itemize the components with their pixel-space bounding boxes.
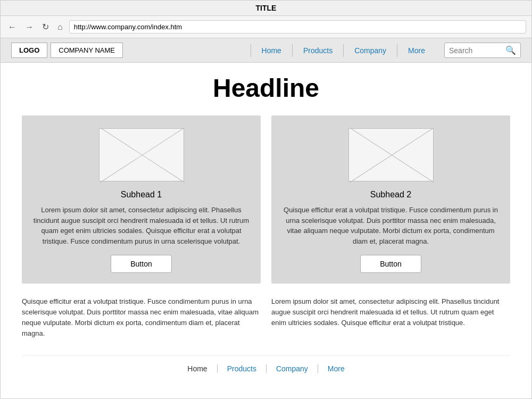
footer-nav: Home Products Company More <box>22 355 510 373</box>
page-headline: Headline <box>22 73 510 103</box>
search-input[interactable] <box>449 46 502 55</box>
body-text-2: Lorem ipsum dolor sit amet, consectetur … <box>271 296 510 339</box>
address-bar[interactable] <box>69 20 526 34</box>
footer-link-company[interactable]: Company <box>267 364 318 373</box>
footer-link-home[interactable]: Home <box>178 364 217 373</box>
card-1-button[interactable]: Button <box>111 255 171 273</box>
home-button[interactable]: ⌂ <box>55 21 65 33</box>
nav-link-products[interactable]: Products <box>293 44 344 57</box>
card-2: Subhead 2 Quisque efficitur erat a volut… <box>271 115 510 284</box>
page-title: TITLE <box>256 4 277 12</box>
card-2-subhead: Subhead 2 <box>370 190 411 200</box>
nav-link-home[interactable]: Home <box>251 44 293 57</box>
card-1-subhead: Subhead 1 <box>121 190 162 200</box>
cards-row: Subhead 1 Lorem ipsum dolor sit amet, co… <box>22 115 510 284</box>
card-2-text: Quisque efficitur erat a volutpat tristi… <box>282 205 500 246</box>
footer-link-products[interactable]: Products <box>218 364 267 373</box>
search-icon: 🔍 <box>505 45 516 55</box>
search-box[interactable]: 🔍 <box>444 43 521 58</box>
footer-link-more[interactable]: More <box>318 364 354 373</box>
nav-link-more[interactable]: More <box>397 44 436 57</box>
refresh-button[interactable]: ↻ <box>40 21 51 33</box>
card-2-image <box>348 128 434 181</box>
main-content: Headline Subhead 1 Lorem ipsum dolor sit… <box>1 63 531 384</box>
card-1: Subhead 1 Lorem ipsum dolor sit amet, co… <box>22 115 261 284</box>
card-1-image <box>99 128 184 181</box>
body-text-1: Quisque efficitur erat a volutpat tristi… <box>22 296 261 339</box>
card-2-button[interactable]: Button <box>360 255 421 273</box>
logo: LOGO <box>11 43 47 58</box>
body-text-row: Quisque efficitur erat a volutpat tristi… <box>22 296 510 339</box>
card-1-text: Lorem ipsum dolor sit amet, consectetur … <box>32 205 250 246</box>
forward-button[interactable]: → <box>23 21 36 33</box>
nav-link-company[interactable]: Company <box>344 44 397 57</box>
back-button[interactable]: ← <box>6 21 19 33</box>
site-header: LOGO COMPANY NAME Home Products Company … <box>1 38 531 63</box>
title-bar: TITLE <box>1 1 531 16</box>
main-nav: Home Products Company More <box>251 44 436 57</box>
browser-chrome: ← → ↻ ⌂ <box>1 16 531 38</box>
company-name: COMPANY NAME <box>51 43 123 58</box>
